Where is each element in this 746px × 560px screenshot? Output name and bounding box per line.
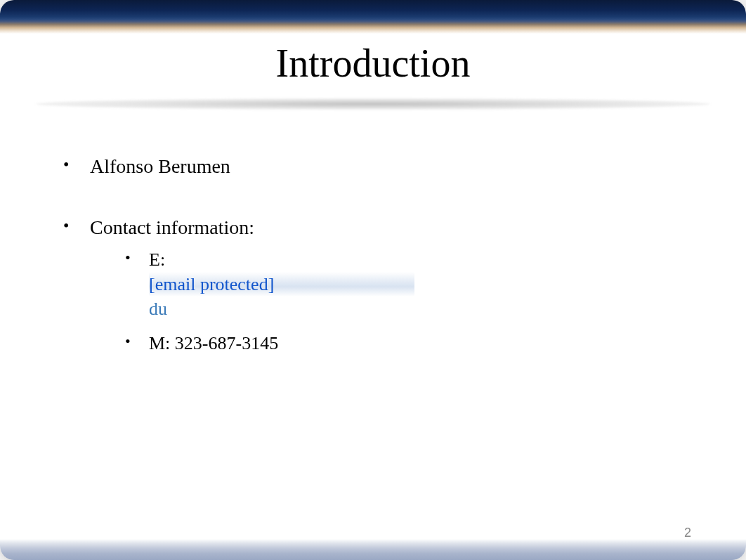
- email-highlight: [email protected]: [149, 272, 414, 297]
- contact-label: Contact information:: [90, 216, 254, 238]
- email-link[interactable]: [email protected]: [149, 274, 274, 294]
- title-underline-decoration: [36, 98, 710, 110]
- contact-sublist: E: [email protected] du M: 323-687-3145: [125, 247, 704, 356]
- bottom-border-decoration: [0, 539, 746, 560]
- bullet-contact: Contact information: E: [email protected…: [63, 216, 704, 356]
- bullet-name: Alfonso Berumen: [63, 155, 704, 178]
- slide: Introduction Alfonso Berumen Contact inf…: [0, 0, 746, 560]
- bullet-mobile: M: 323-687-3145: [125, 331, 704, 356]
- email-continuation: du: [149, 299, 167, 319]
- name-text: Alfonso Berumen: [90, 155, 230, 177]
- bullet-list: Alfonso Berumen Contact information: E: …: [63, 155, 704, 356]
- mobile-text: M: 323-687-3145: [149, 333, 278, 353]
- email-label: E:: [149, 249, 165, 270]
- slide-content: Alfonso Berumen Contact information: E: …: [0, 155, 746, 356]
- slide-title: Introduction: [0, 41, 746, 86]
- page-number: 2: [684, 526, 691, 540]
- top-border-decoration: [0, 0, 746, 34]
- bullet-email: E: [email protected] du: [125, 247, 704, 321]
